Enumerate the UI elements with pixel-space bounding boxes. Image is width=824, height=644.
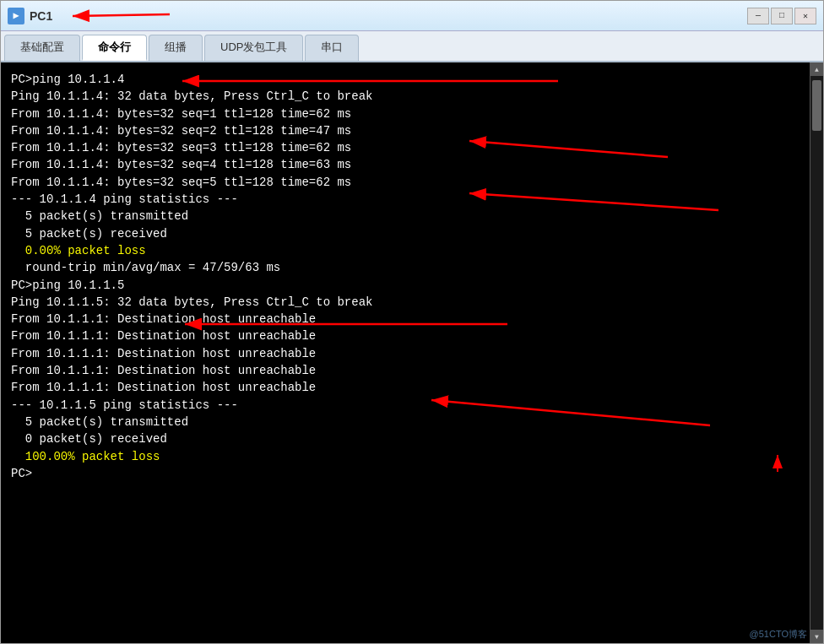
main-window: ▶ PC1 — □ ✕ 基础配置 命令行 组播 UDP发包工具 串口 PC>pi…: [0, 0, 824, 644]
terminal-line: 5 packet(s) transmitted: [11, 414, 800, 430]
terminal-line: From 10.1.1.4: bytes=32 seq=3 ttl=128 ti…: [11, 139, 800, 156]
tab-udp[interactable]: UDP发包工具: [204, 35, 303, 61]
terminal-container: PC>ping 10.1.1.4Ping 10.1.1.4: 32 data b…: [1, 62, 823, 643]
watermark: @51CTO博客: [750, 628, 807, 641]
terminal-line: From 10.1.1.4: bytes=32 seq=5 ttl=128 ti…: [11, 174, 800, 191]
terminal-line: 5 packet(s) received: [11, 225, 800, 242]
window-title: PC1: [30, 9, 747, 23]
terminal-line: --- 10.1.1.5 ping statistics ---: [11, 397, 800, 414]
terminal-line: 100.00% packet loss: [11, 448, 800, 465]
terminal-line: PC>: [11, 465, 800, 482]
scrollbar[interactable]: ▲ ▼: [810, 62, 823, 643]
window-controls: — □ ✕: [747, 8, 816, 24]
terminal-line: 0 packet(s) received: [11, 430, 800, 447]
title-bar: ▶ PC1 — □ ✕: [1, 1, 823, 31]
terminal-line: round-trip min/avg/max = 47/59/63 ms: [11, 259, 800, 276]
terminal-line: From 10.1.1.4: bytes=32 seq=1 ttl=128 ti…: [11, 106, 800, 122]
terminal-line: 5 packet(s) transmitted: [11, 208, 800, 225]
tab-serial[interactable]: 串口: [305, 35, 359, 61]
maximize-button[interactable]: □: [771, 8, 793, 24]
terminal-line: Ping 10.1.1.5: 32 data bytes, Press Ctrl…: [11, 294, 800, 311]
scroll-thumb[interactable]: [812, 80, 821, 131]
terminal-line: From 10.1.1.4: bytes=32 seq=4 ttl=128 ti…: [11, 156, 800, 173]
terminal-line: From 10.1.1.1: Destination host unreacha…: [11, 362, 800, 379]
terminal-line: From 10.1.1.1: Destination host unreacha…: [11, 345, 800, 362]
terminal-line: From 10.1.1.4: bytes=32 seq=2 ttl=128 ti…: [11, 122, 800, 139]
scroll-track: [810, 76, 823, 630]
close-button[interactable]: ✕: [794, 8, 816, 24]
terminal-line: From 10.1.1.1: Destination host unreacha…: [11, 327, 800, 344]
terminal-line: PC>ping 10.1.1.5: [11, 277, 800, 294]
terminal-line: From 10.1.1.1: Destination host unreacha…: [11, 379, 800, 396]
scroll-up-button[interactable]: ▲: [810, 62, 824, 76]
window-icon: ▶: [8, 8, 24, 24]
terminal-line: PC>ping 10.1.1.4: [11, 71, 800, 88]
scroll-down-button[interactable]: ▼: [810, 630, 824, 643]
tab-group[interactable]: 组播: [149, 35, 203, 61]
minimize-button[interactable]: —: [747, 8, 769, 24]
terminal-output[interactable]: PC>ping 10.1.1.4Ping 10.1.1.4: 32 data b…: [1, 62, 810, 643]
terminal-line: --- 10.1.1.4 ping statistics ---: [11, 191, 800, 208]
tab-cmd[interactable]: 命令行: [82, 35, 147, 61]
tab-basic[interactable]: 基础配置: [4, 35, 80, 61]
tab-bar: 基础配置 命令行 组播 UDP发包工具 串口: [1, 31, 823, 62]
terminal-line: From 10.1.1.1: Destination host unreacha…: [11, 311, 800, 327]
terminal-line: Ping 10.1.1.4: 32 data bytes, Press Ctrl…: [11, 88, 800, 105]
terminal-line: 0.00% packet loss: [11, 242, 800, 259]
